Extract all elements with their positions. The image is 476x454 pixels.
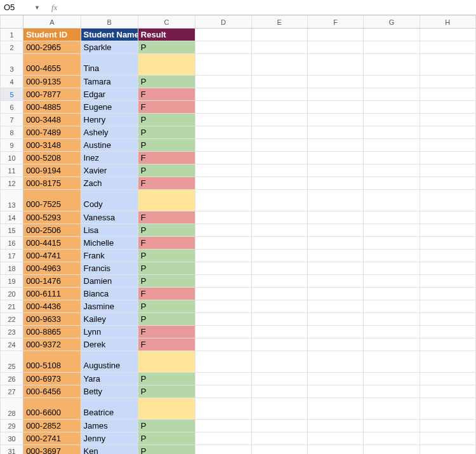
cell-id[interactable]: 000-7525: [23, 190, 81, 211]
empty-cell[interactable]: [364, 126, 420, 139]
cell-id[interactable]: 000-8175: [23, 177, 81, 190]
empty-cell[interactable]: [420, 373, 475, 385]
empty-cell[interactable]: [195, 288, 251, 300]
col-head-H[interactable]: H: [420, 16, 475, 29]
empty-cell[interactable]: [364, 338, 420, 351]
empty-cell[interactable]: [251, 373, 307, 385]
row-head-27[interactable]: 27: [1, 385, 23, 398]
empty-cell[interactable]: [251, 126, 307, 139]
empty-cell[interactable]: [307, 88, 363, 101]
col-head-D[interactable]: D: [195, 16, 251, 29]
cell-result[interactable]: P: [138, 445, 195, 455]
cell-result[interactable]: P: [138, 139, 195, 152]
cell-id[interactable]: 000-9372: [23, 338, 81, 351]
empty-cell[interactable]: [307, 313, 363, 326]
empty-cell[interactable]: [364, 326, 420, 338]
empty-cell[interactable]: [195, 139, 251, 152]
empty-cell[interactable]: [251, 250, 307, 262]
empty-cell[interactable]: [251, 224, 307, 237]
cell-name[interactable]: Ashely: [81, 126, 138, 139]
name-box[interactable]: O5: [0, 3, 34, 12]
empty-cell[interactable]: [251, 338, 307, 351]
empty-cell[interactable]: [307, 41, 363, 54]
cell-name[interactable]: James: [81, 420, 138, 432]
empty-cell[interactable]: [251, 275, 307, 288]
cell-result[interactable]: P: [138, 373, 195, 385]
cell-name[interactable]: Yara: [81, 373, 138, 385]
empty-cell[interactable]: [307, 250, 363, 262]
empty-cell[interactable]: [420, 211, 475, 224]
cell-name[interactable]: Cody: [81, 190, 138, 211]
cell-name[interactable]: Beatrice: [81, 398, 138, 420]
empty-cell[interactable]: [251, 288, 307, 300]
empty-cell[interactable]: [251, 41, 307, 54]
empty-cell[interactable]: [307, 139, 363, 152]
empty-cell[interactable]: [307, 288, 363, 300]
empty-cell[interactable]: [195, 326, 251, 338]
row-head-18[interactable]: 18: [1, 262, 23, 275]
empty-cell[interactable]: [251, 211, 307, 224]
row-head-11[interactable]: 11: [1, 164, 23, 177]
cell-id[interactable]: 000-6600: [23, 398, 81, 420]
cell-id[interactable]: 000-1476: [23, 275, 81, 288]
select-all-corner[interactable]: [1, 16, 23, 29]
cell-id[interactable]: 000-3448: [23, 114, 81, 126]
empty-cell[interactable]: [251, 300, 307, 313]
empty-cell[interactable]: [307, 385, 363, 398]
row-head-5[interactable]: 5: [1, 88, 23, 101]
empty-cell[interactable]: [195, 29, 251, 41]
cell-name[interactable]: Lynn: [81, 326, 138, 338]
empty-cell[interactable]: [195, 177, 251, 190]
empty-cell[interactable]: [251, 313, 307, 326]
row-head-12[interactable]: 12: [1, 177, 23, 190]
row-head-6[interactable]: 6: [1, 101, 23, 114]
row-head-23[interactable]: 23: [1, 326, 23, 338]
empty-cell[interactable]: [420, 338, 475, 351]
cell-result[interactable]: P: [138, 250, 195, 262]
col-head-G[interactable]: G: [364, 16, 420, 29]
row-head-26[interactable]: 26: [1, 373, 23, 385]
cell-name[interactable]: Kailey: [81, 313, 138, 326]
empty-cell[interactable]: [195, 445, 251, 455]
empty-cell[interactable]: [364, 300, 420, 313]
empty-cell[interactable]: [420, 126, 475, 139]
empty-cell[interactable]: [195, 211, 251, 224]
empty-cell[interactable]: [420, 114, 475, 126]
cell-name[interactable]: Zach: [81, 177, 138, 190]
empty-cell[interactable]: [307, 152, 363, 164]
cell-id[interactable]: 000-4963: [23, 262, 81, 275]
empty-cell[interactable]: [251, 54, 307, 76]
cell-name[interactable]: Edgar: [81, 88, 138, 101]
cell-id[interactable]: 000-9135: [23, 76, 81, 88]
empty-cell[interactable]: [420, 41, 475, 54]
empty-cell[interactable]: [364, 385, 420, 398]
row-head-10[interactable]: 10: [1, 152, 23, 164]
col-head-B[interactable]: B: [81, 16, 138, 29]
cell-name[interactable]: Damien: [81, 275, 138, 288]
empty-cell[interactable]: [251, 420, 307, 432]
empty-cell[interactable]: [364, 76, 420, 88]
formula-input[interactable]: [62, 0, 476, 15]
row-head-25[interactable]: 25: [1, 351, 23, 373]
empty-cell[interactable]: [251, 164, 307, 177]
empty-cell[interactable]: [364, 177, 420, 190]
empty-cell[interactable]: [364, 41, 420, 54]
empty-cell[interactable]: [251, 385, 307, 398]
cell-name[interactable]: Jenny: [81, 432, 138, 445]
cell-name[interactable]: Austine: [81, 139, 138, 152]
cell-id[interactable]: 000-4436: [23, 300, 81, 313]
cell-result[interactable]: F: [138, 338, 195, 351]
empty-cell[interactable]: [420, 300, 475, 313]
empty-cell[interactable]: [251, 351, 307, 373]
cell-id[interactable]: 000-5108: [23, 351, 81, 373]
empty-cell[interactable]: [195, 398, 251, 420]
cell-name[interactable]: Betty: [81, 385, 138, 398]
row-head-1[interactable]: 1: [1, 29, 23, 41]
empty-cell[interactable]: [420, 101, 475, 114]
empty-cell[interactable]: [195, 76, 251, 88]
empty-cell[interactable]: [364, 211, 420, 224]
cell-result[interactable]: P: [138, 224, 195, 237]
cell-name[interactable]: Frank: [81, 250, 138, 262]
row-head-29[interactable]: 29: [1, 420, 23, 432]
cell-result[interactable]: F: [138, 177, 195, 190]
